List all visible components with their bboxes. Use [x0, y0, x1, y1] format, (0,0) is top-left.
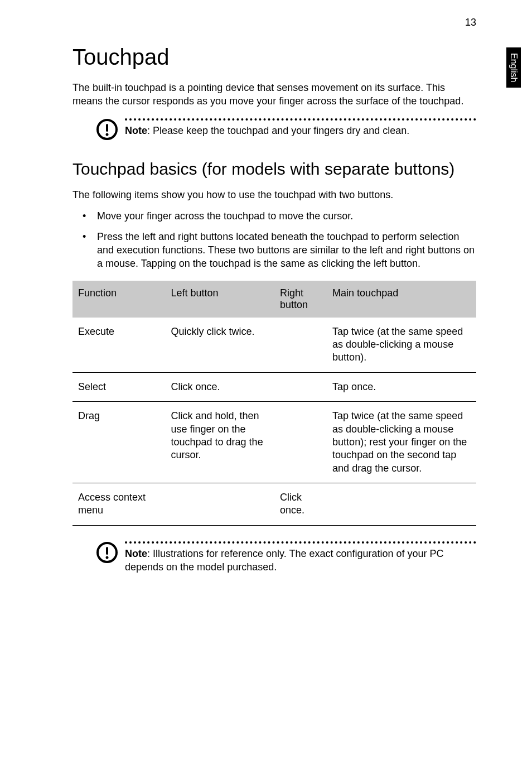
note-body-2: : Illustrations for reference only. The …	[125, 548, 444, 573]
list-item: Press the left and right buttons located…	[72, 230, 476, 271]
dotted-divider	[125, 541, 476, 544]
table-cell	[327, 483, 476, 526]
table-cell	[274, 402, 327, 483]
intro-paragraph: The built-in touchpad is a pointing devi…	[72, 81, 476, 108]
bullet-list: Move your finger across the touchpad to …	[72, 209, 476, 270]
dotted-divider	[125, 118, 476, 121]
table-row: Drag Click and hold, then use finger on …	[72, 402, 476, 483]
table-cell: Tap twice (at the same speed as double-c…	[327, 318, 476, 373]
table-cell: Execute	[72, 318, 166, 373]
note-text-1: Note: Please keep the touchpad and your …	[125, 124, 476, 137]
note-label-1: Note	[125, 125, 147, 136]
table-row: Access context menu Click once.	[72, 483, 476, 526]
table-header: Left button	[166, 281, 274, 318]
page-title: Touchpad	[72, 45, 476, 70]
table-cell: Click once.	[274, 483, 327, 526]
note-block-1: Note: Please keep the touchpad and your …	[95, 118, 476, 145]
table-cell: Click and hold, then use finger on the t…	[166, 402, 274, 483]
note-text-2: Note: Illustrations for reference only. …	[125, 547, 476, 574]
table-cell	[274, 318, 327, 373]
info-icon	[95, 118, 119, 145]
table-cell: Tap once.	[327, 372, 476, 401]
function-table: Function Left button Right button Main t…	[72, 281, 476, 526]
svg-rect-1	[106, 124, 108, 132]
page-content: Touchpad The built-in touchpad is a poin…	[0, 0, 532, 609]
language-tab: English	[506, 47, 521, 88]
svg-point-5	[106, 556, 109, 559]
info-icon	[95, 541, 119, 568]
table-cell: Quickly click twice.	[166, 318, 274, 373]
table-cell: Tap twice (at the same speed as double-c…	[327, 402, 476, 483]
note-body-1: : Please keep the touchpad and your fing…	[147, 125, 409, 136]
note-label-2: Note	[125, 548, 147, 559]
section-intro: The following items show you how to use …	[72, 188, 476, 201]
note-block-2: Note: Illustrations for reference only. …	[95, 541, 476, 574]
table-header: Right button	[274, 281, 327, 318]
table-cell: Click once.	[166, 372, 274, 401]
table-header-row: Function Left button Right button Main t…	[72, 281, 476, 318]
table-header: Main touchpad	[327, 281, 476, 318]
table-cell: Access context menu	[72, 483, 166, 526]
svg-rect-4	[106, 547, 108, 555]
table-cell: Select	[72, 372, 166, 401]
table-row: Select Click once. Tap once.	[72, 372, 476, 401]
page-number: 13	[465, 17, 476, 28]
table-cell	[166, 483, 274, 526]
table-header: Function	[72, 281, 166, 318]
section-heading: Touchpad basics (for models with separat…	[72, 158, 476, 180]
table-row: Execute Quickly click twice. Tap twice (…	[72, 318, 476, 373]
table-cell: Drag	[72, 402, 166, 483]
list-item: Move your finger across the touchpad to …	[72, 209, 476, 223]
table-cell	[274, 372, 327, 401]
svg-point-2	[106, 133, 109, 136]
